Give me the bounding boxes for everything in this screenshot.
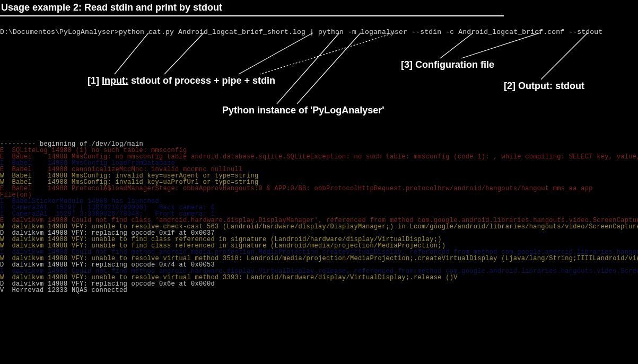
svg-line-5	[260, 33, 395, 74]
svg-line-8	[541, 33, 588, 79]
log-line: V Herrevad 12333 NQAS connected	[0, 287, 638, 294]
annotation-config: [3] Configuration file	[401, 59, 494, 70]
svg-line-1	[164, 33, 204, 74]
svg-line-0	[115, 33, 148, 74]
log-output: --------- beginning of /dev/log/mainE SQ…	[0, 141, 638, 294]
anno-prefix: [1]	[88, 75, 102, 86]
svg-line-2	[239, 33, 313, 74]
log-line: E Babel 14988 ProtocolA$loadManagerStage…	[0, 185, 638, 192]
annotation-output: [2] Output: stdout	[504, 81, 584, 92]
page-title: Usage example 2: Read stdin and print by…	[0, 0, 504, 16]
anno-suffix: stdout of process + pipe + stdin	[128, 75, 275, 86]
svg-line-4	[297, 33, 361, 104]
annotation-lines	[0, 0, 638, 138]
command-line: D:\Documentos\PyLogAnalyser>python cat.p…	[0, 27, 638, 37]
anno-label: Input:	[102, 75, 128, 86]
annotation-instance: Python instance of 'PyLogAnalyser'	[222, 105, 384, 116]
svg-line-3	[277, 33, 339, 104]
annotation-input: [1] Input: stdout of process + pipe + st…	[88, 75, 275, 86]
